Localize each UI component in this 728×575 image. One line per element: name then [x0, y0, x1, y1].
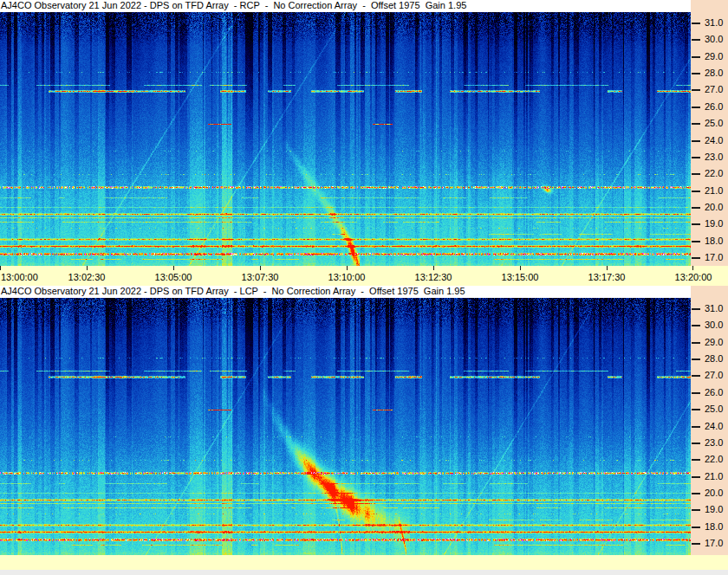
time-tick-label: 13:12:30: [415, 272, 452, 282]
freq-tick: [692, 493, 700, 494]
freq-tick: [692, 123, 700, 125]
freq-tick-label: 28.0: [705, 353, 723, 364]
freq-tick: [692, 140, 700, 142]
freq-tick-label: 31.0: [705, 17, 723, 28]
freq-tick: [692, 191, 700, 192]
freq-tick-label: 22.0: [705, 168, 723, 178]
freq-tick: [692, 459, 700, 461]
time-tick-label: 13:20:00: [675, 272, 712, 282]
time-tick-label: 13:17:30: [588, 272, 626, 282]
freq-tick-label: 24.0: [705, 421, 723, 431]
freq-tick: [692, 476, 700, 478]
freq-tick-label: 19.0: [705, 218, 723, 229]
freq-tick: [692, 359, 700, 360]
freq-tick-label: 26.0: [705, 101, 723, 112]
time-tick-label: 13:10:00: [328, 272, 366, 282]
freq-tick-label: 23.0: [705, 152, 723, 162]
time-tick: [607, 266, 608, 270]
freq-tick: [692, 308, 700, 310]
freq-tick: [692, 207, 700, 209]
panel-title-lcp: AJ4CO Observatory 21 Jun 2022 - DPS on T…: [0, 286, 691, 298]
bottom-bar: [0, 570, 728, 575]
freq-tick-label: 31.0: [705, 303, 723, 313]
freq-tick-label: 29.0: [705, 51, 723, 61]
freq-tick: [692, 173, 700, 175]
freq-tick: [692, 426, 700, 428]
time-tick: [0, 266, 1, 270]
freq-tick-label: 25.0: [705, 404, 723, 414]
freq-tick-label: 21.0: [705, 471, 723, 481]
spectrogram-lcp: [0, 298, 691, 555]
freq-tick-label: 25.0: [705, 118, 723, 128]
time-tick-label: 13:07:30: [242, 272, 279, 282]
time-tick: [173, 266, 174, 270]
time-tick-label: 13:00:00: [1, 272, 38, 282]
freq-tick: [692, 73, 700, 74]
freq-tick: [692, 223, 700, 225]
time-axis: 13:00:0013:02:3013:05:0013:07:3013:10:00…: [0, 266, 728, 286]
time-tick: [433, 266, 434, 270]
time-tick: [260, 266, 261, 270]
spectrograph-window: AJ4CO Observatory 21 Jun 2022 - DPS on T…: [0, 0, 728, 575]
freq-tick: [692, 543, 700, 545]
freq-tick: [692, 39, 700, 41]
freq-tick: [692, 375, 700, 377]
freq-tick-label: 18.0: [705, 236, 723, 246]
freq-tick-label: 28.0: [705, 68, 723, 78]
freq-tick: [692, 107, 700, 108]
freq-tick-label: 17.0: [705, 252, 723, 262]
freq-tick-label: 30.0: [705, 320, 723, 330]
freq-tick: [692, 56, 700, 58]
panel-title-rcp: AJ4CO Observatory 21 Jun 2022 - DPS on T…: [0, 0, 691, 12]
freq-tick: [692, 89, 700, 91]
freq-tick-label: 24.0: [705, 135, 723, 145]
freq-tick-label: 27.0: [705, 370, 723, 380]
freq-tick: [692, 509, 700, 511]
time-tick: [692, 266, 693, 270]
freq-tick: [692, 527, 700, 528]
freq-tick-label: 18.0: [705, 521, 723, 532]
freq-tick-label: 23.0: [705, 437, 723, 448]
freq-tick: [692, 443, 700, 444]
freq-tick-label: 27.0: [705, 84, 723, 94]
freq-tick-label: 20.0: [705, 488, 723, 498]
time-tick: [87, 266, 88, 270]
freq-tick: [692, 409, 700, 410]
freq-tick-label: 29.0: [705, 337, 723, 347]
freq-tick-label: 17.0: [705, 538, 723, 548]
time-tick-label: 13:05:00: [155, 272, 192, 282]
freq-tick-label: 19.0: [705, 504, 723, 514]
freq-tick-label: 26.0: [705, 387, 723, 397]
freq-tick-label: 22.0: [705, 454, 723, 464]
freq-tick: [692, 23, 700, 24]
time-tick-label: 13:15:00: [502, 272, 539, 282]
time-tick: [520, 266, 521, 270]
freq-tick-label: 20.0: [705, 202, 723, 212]
freq-tick-label: 30.0: [705, 34, 723, 44]
freq-tick: [692, 257, 700, 259]
freq-tick-label: 21.0: [705, 185, 723, 196]
freq-tick: [692, 325, 700, 326]
freq-tick: [692, 241, 700, 242]
spectrogram-rcp: [0, 12, 691, 266]
freq-tick: [692, 392, 700, 394]
time-tick: [347, 266, 348, 270]
freq-tick: [692, 342, 700, 344]
freq-tick: [692, 157, 700, 158]
time-tick-label: 13:02:30: [68, 272, 106, 282]
bottom-time-strip: [0, 555, 728, 570]
